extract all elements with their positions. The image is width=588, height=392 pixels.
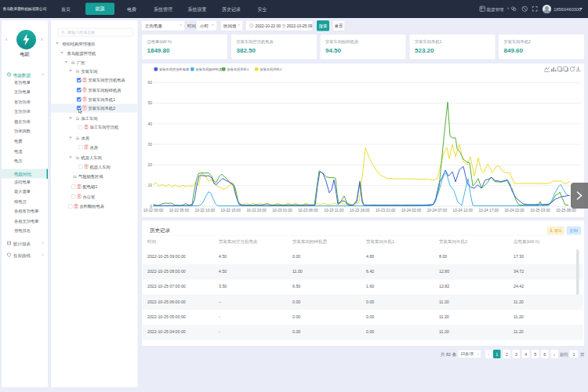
svg-text:0: 0 — [150, 204, 152, 209]
svg-text:10-24 07:00: 10-24 07:00 — [427, 209, 448, 212]
svg-text:10-22 20:00: 10-22 20:00 — [246, 209, 267, 212]
svg-text:10-23 21:00: 10-23 21:00 — [376, 209, 396, 212]
svg-text:10-23 06:00: 10-23 06:00 — [298, 209, 318, 212]
svg-text:10-23 01:00: 10-23 01:00 — [272, 209, 292, 212]
svg-text:10-22 15:00: 10-22 15:00 — [221, 209, 241, 212]
svg-text:10-22 10:00: 10-22 10:00 — [195, 209, 216, 212]
svg-text:10-24 17:00: 10-24 17:00 — [479, 209, 499, 212]
svg-text:30: 30 — [147, 142, 152, 147]
svg-text:10-25 03:00: 10-25 03:00 — [530, 209, 550, 212]
svg-text:60: 60 — [147, 80, 152, 85]
svg-text:10-25 08:00: 10-25 08:00 — [556, 209, 576, 212]
svg-text:10: 10 — [147, 183, 152, 187]
svg-text:10-24 22:00: 10-24 22:00 — [504, 209, 524, 212]
svg-text:10-24 02:00: 10-24 02:00 — [401, 209, 422, 212]
svg-text:10-24 12:00: 10-24 12:00 — [453, 209, 474, 212]
svg-text:20: 20 — [147, 162, 152, 167]
svg-text:10-22 05:00: 10-22 05:00 — [169, 209, 190, 212]
svg-text:50: 50 — [147, 100, 152, 105]
svg-text:10-23 16:00: 10-23 16:00 — [350, 209, 370, 212]
svg-text:10-23 11:00: 10-23 11:00 — [324, 209, 343, 212]
svg-text:10-22 00:00: 10-22 00:00 — [143, 209, 164, 212]
svg-text:40: 40 — [147, 122, 152, 126]
